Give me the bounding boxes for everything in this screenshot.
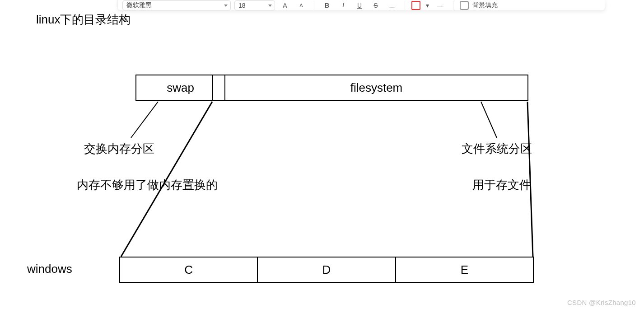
linux-filesystem-label: filesystem	[350, 81, 403, 95]
strike-button[interactable]: S	[369, 0, 382, 10]
font-size-select[interactable]: 18	[234, 0, 275, 10]
toolbar-separator	[453, 1, 453, 10]
windows-label: windows	[27, 262, 72, 276]
toolbar-separator	[405, 1, 405, 10]
windows-c-cell: C	[120, 258, 258, 282]
windows-c-label: C	[184, 263, 193, 277]
font-family-value: 微软雅黑	[126, 1, 152, 9]
font-size-increase-button[interactable]: A	[279, 0, 291, 10]
color-dropdown-icon[interactable]: ▾	[424, 0, 430, 10]
font-size-value: 18	[238, 2, 246, 9]
linux-partition-bar: swap filesystem	[135, 75, 528, 101]
svg-line-0	[131, 102, 158, 138]
page-title: linux下的目录结构	[36, 12, 131, 28]
underline-button[interactable]: U	[353, 0, 366, 10]
bold-button[interactable]: B	[321, 0, 333, 10]
italic-button[interactable]: I	[337, 0, 350, 10]
fs-note-line1: 文件系统分区	[462, 141, 532, 157]
swap-note-line2: 内存不够用了做内存置换的	[77, 177, 218, 193]
watermark: CSDN @KrisZhang10	[567, 299, 636, 306]
formatting-toolbar: 微软雅黑 18 A A B I U S … ▾ — 背景填充	[117, 0, 605, 11]
linux-swap-label: swap	[167, 81, 194, 95]
background-fill-label: 背景填充	[472, 1, 498, 9]
font-size-decrease-button[interactable]: A	[295, 0, 308, 10]
windows-d-cell: D	[258, 258, 396, 282]
svg-line-1	[481, 102, 497, 138]
font-family-select[interactable]: 微软雅黑	[122, 0, 231, 10]
swap-note-line1: 交换内存分区	[84, 141, 154, 157]
highlight-button[interactable]: —	[434, 0, 447, 10]
linux-filesystem-cell: filesystem	[225, 75, 527, 100]
windows-partition-bar: C D E	[119, 257, 534, 283]
windows-e-label: E	[461, 263, 468, 277]
text-color-swatch[interactable]	[411, 1, 420, 10]
page-root: 微软雅黑 18 A A B I U S … ▾ — 背景填充 linux下的目录…	[0, 0, 644, 309]
linux-swap-inner-divider	[212, 75, 213, 101]
toolbar-separator	[314, 1, 314, 10]
windows-e-cell: E	[396, 258, 533, 282]
more-format-button[interactable]: …	[386, 0, 398, 10]
windows-d-label: D	[322, 263, 331, 277]
fs-note-line2: 用于存文件	[472, 177, 531, 193]
background-fill-checkbox[interactable]	[460, 1, 469, 10]
